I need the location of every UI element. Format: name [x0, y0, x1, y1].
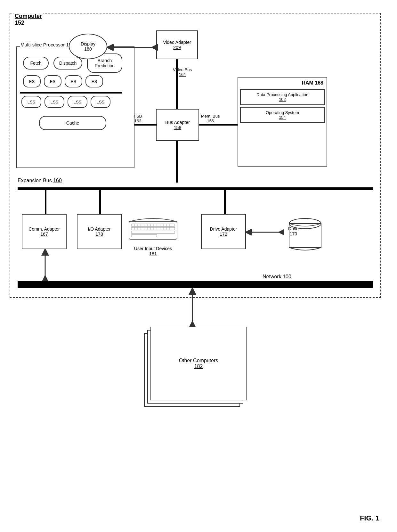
network-bar: [18, 281, 373, 288]
fig-label: FIG. 1: [360, 514, 379, 522]
svg-rect-5: [131, 234, 157, 237]
video-adapter-box: Video Adapter 209: [156, 30, 198, 59]
drive-adapter-arrow: [246, 229, 284, 235]
video-bus-vline: [176, 59, 178, 109]
data-processing-app-box: Data Processing Application 102: [240, 89, 325, 105]
drive-adapter-box: Drive Adapter 172: [201, 214, 246, 249]
es-box-2: ES: [44, 75, 61, 87]
user-input-devices-label: User Input Devices 181: [127, 246, 179, 256]
es-box-1: ES: [23, 75, 41, 87]
computer-label: Computer 152: [13, 13, 43, 26]
expansion-bus-hline: [18, 187, 373, 190]
ram-label: RAM 168: [238, 78, 327, 87]
display-videoadapter-arrow: [107, 44, 158, 51]
network-computers-arrow: [188, 288, 197, 327]
comm-adapter-vline: [45, 190, 46, 214]
other-computers-page-front: Other Computers 182: [150, 327, 247, 400]
fsb-label: FSB 162: [134, 114, 142, 123]
processor-box: Multi-slice Processor 156 Fetch Dispatch…: [16, 46, 134, 168]
fsb-hline: [134, 124, 157, 126]
es-box-4: ES: [85, 75, 103, 87]
lss-box-2: LSS: [45, 96, 64, 108]
io-adapter-box: I/O Adapter 178: [77, 214, 122, 249]
bus-adapter-box: Bus Adapter 158: [156, 109, 199, 141]
video-bus-label: Video Bus 164: [173, 67, 192, 77]
mem-bus-label: Mem. Bus 166: [201, 114, 220, 123]
membus-hline: [199, 124, 238, 126]
lss-box-1: LSS: [21, 96, 41, 108]
display-oval: Display 180: [69, 34, 107, 59]
keyboard-svg: [127, 215, 179, 244]
fetch-box: Fetch: [23, 57, 49, 70]
drive-adapter-vline: [224, 190, 226, 214]
comm-network-arrow: [40, 249, 50, 281]
network-label: Network 100: [263, 274, 291, 280]
drive-label: Drive 170: [288, 226, 299, 236]
diagram: Computer 152 Multi-slice Processor 156 F…: [0, 0, 397, 532]
lss-box-3: LSS: [68, 96, 87, 108]
svg-rect-4: [131, 231, 175, 233]
dispatch-box: Dispatch: [53, 57, 82, 70]
separator-line: [20, 92, 122, 94]
lss-box-4: LSS: [91, 96, 110, 108]
expansion-bus-label: Expansion Bus 160: [18, 178, 62, 184]
es-box-3: ES: [65, 75, 82, 87]
io-adapter-vline: [99, 190, 101, 214]
bus-adapter-down-vline: [176, 141, 178, 183]
cache-box: Cache: [39, 116, 106, 130]
operating-system-box: Operating System 154: [240, 107, 325, 123]
ram-box: RAM 168 Data Processing Application 102 …: [238, 77, 327, 167]
comm-adapter-box: Comm. Adapter 167: [22, 214, 67, 249]
processor-label: Multi-slice Processor 156: [20, 42, 75, 47]
